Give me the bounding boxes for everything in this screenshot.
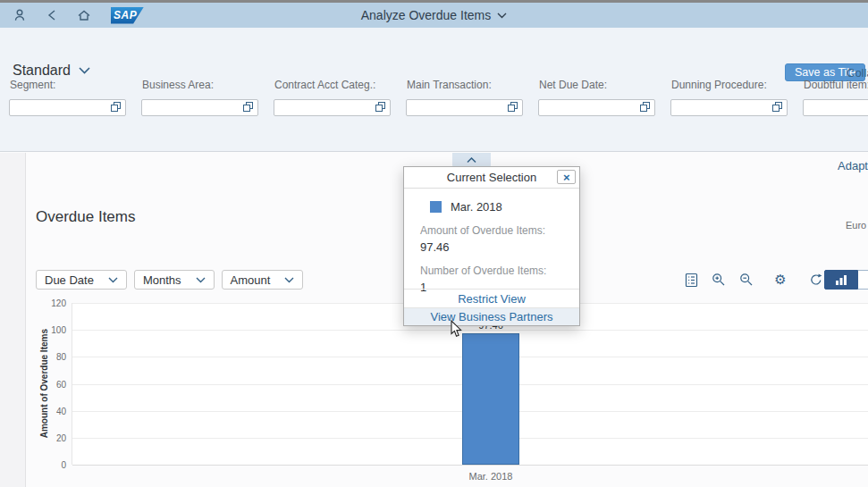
filter-field-main-transaction: Main Transaction: <box>406 79 523 116</box>
chart-card-title: Overdue Items <box>36 208 136 226</box>
filter-field-business-area: Business Area: <box>141 79 258 116</box>
filter-input-business-area[interactable] <box>141 99 258 116</box>
amount-value: 97.46 <box>420 240 579 254</box>
filter-field-label: Net Due Date: <box>539 79 655 91</box>
value-help-icon[interactable] <box>640 102 650 112</box>
filter-field-label: Contract Acct Categ.: <box>274 79 391 91</box>
zoom-in-icon[interactable] <box>711 272 727 288</box>
chart-plot-area: 97.46Mar. 2018 <box>72 303 868 465</box>
app-title[interactable]: Analyze Overdue Items <box>0 3 868 28</box>
filter-input-contract-acct-categ[interactable] <box>274 99 391 116</box>
view-variant-label: Standard <box>13 63 71 79</box>
bar-chart-icon <box>835 274 847 285</box>
collapse-filter-tab[interactable] <box>452 153 491 167</box>
legend-swatch <box>430 201 442 213</box>
amount-label: Amount of Overdue Items: <box>420 224 579 237</box>
currency-label: Euro <box>846 220 866 231</box>
legend-icon[interactable] <box>683 272 699 288</box>
left-margin-strip <box>0 153 26 487</box>
chart-bar-mar-2018[interactable] <box>462 333 519 465</box>
dimension-dropdown-due-date[interactable]: Due Date <box>36 270 127 290</box>
filter-field-doubtful-item: Doubtful item: <box>803 79 868 116</box>
popup-title: Current Selection <box>447 171 536 184</box>
x-axis-category-label: Mar. 2018 <box>462 471 519 482</box>
chevron-down-icon <box>497 13 507 19</box>
shell-header: SAP Analyze Overdue Items <box>0 3 868 28</box>
filter-field-label: Dunning Procedure: <box>671 79 788 91</box>
y-axis-ticks: 020406080100120 <box>43 303 68 465</box>
chevron-down-icon <box>284 277 294 283</box>
collapse-header-link[interactable]: Collapse Header <box>847 66 868 80</box>
refresh-icon[interactable] <box>808 272 824 288</box>
close-icon[interactable]: × <box>557 170 576 184</box>
filter-input-doubtful-item[interactable] <box>803 99 868 116</box>
y-axis-tick-label: 0 <box>43 460 66 470</box>
filter-bar: Standard Save as Tile Collapse Header Se… <box>0 28 868 152</box>
y-axis-tick-label: 80 <box>43 352 66 362</box>
dimension-dropdown-months[interactable]: Months <box>134 270 215 290</box>
bar-chart-toggle-button[interactable] <box>824 270 858 290</box>
app-title-text: Analyze Overdue Items <box>361 8 492 22</box>
filter-input-net-due-date[interactable] <box>538 99 655 116</box>
settings-gear-icon[interactable]: ⚙ <box>772 272 788 288</box>
filter-field-label: Business Area: <box>142 79 258 91</box>
chevron-up-icon <box>467 157 476 164</box>
value-help-icon[interactable] <box>508 102 518 112</box>
value-help-icon[interactable] <box>111 102 121 112</box>
y-axis-tick-label: 120 <box>43 298 66 308</box>
zoom-out-icon[interactable] <box>738 272 754 288</box>
chevron-down-icon <box>108 277 118 283</box>
legend-label: Mar. 2018 <box>451 200 502 214</box>
screen: SAP Analyze Overdue Items Standard Save … <box>0 0 868 487</box>
value-help-icon[interactable] <box>243 102 253 112</box>
y-axis-tick-label: 20 <box>43 433 66 443</box>
filter-fields: Segment: Business Area: Contract Acct Ca… <box>9 79 868 116</box>
chart-toolbar: ⚙ <box>683 271 824 289</box>
count-label: Number of Overdue Items: <box>420 264 579 277</box>
filter-field-net-due-date: Net Due Date: <box>538 79 655 116</box>
value-help-icon[interactable] <box>772 102 782 112</box>
filter-field-dunning-procedure: Dunning Procedure: <box>670 79 788 116</box>
filter-input-main-transaction[interactable] <box>406 99 523 116</box>
popup-header: Current Selection × <box>404 167 579 189</box>
filter-input-segment[interactable] <box>9 99 126 116</box>
dimension-selectors: Due Date Months Amount <box>36 270 303 290</box>
table-toggle-button[interactable] <box>858 270 868 290</box>
y-axis-tick-label: 100 <box>43 325 66 335</box>
filter-field-segment: Segment: <box>9 79 126 116</box>
y-axis-tick-label: 60 <box>43 380 66 390</box>
view-business-partners-action[interactable]: View Business Partners <box>404 307 579 325</box>
popup-legend-row: Mar. 2018 <box>430 200 579 214</box>
y-axis-tick-label: 40 <box>43 407 66 416</box>
restrict-view-action[interactable]: Restrict View <box>404 289 579 307</box>
dimension-dropdown-amount[interactable]: Amount <box>222 270 304 290</box>
view-variant-selector[interactable]: Standard <box>13 63 90 79</box>
filter-field-label: Main Transaction: <box>407 79 523 91</box>
chevron-down-icon <box>196 277 206 283</box>
current-selection-popup: Current Selection × Mar. 2018 Amount of … <box>403 166 580 326</box>
filter-field-contract-acct-categ: Contract Acct Categ.: <box>274 79 391 116</box>
filter-field-label: Doubtful item: <box>804 79 868 91</box>
chart-table-toggle <box>824 270 868 290</box>
value-help-icon[interactable] <box>375 102 385 112</box>
filter-field-label: Segment: <box>10 79 126 91</box>
adapt-filters-link[interactable]: Adapt Filters <box>838 159 868 172</box>
chevron-down-icon <box>79 67 90 74</box>
filter-input-dunning-procedure[interactable] <box>670 99 788 116</box>
chart-gridline <box>72 465 868 466</box>
